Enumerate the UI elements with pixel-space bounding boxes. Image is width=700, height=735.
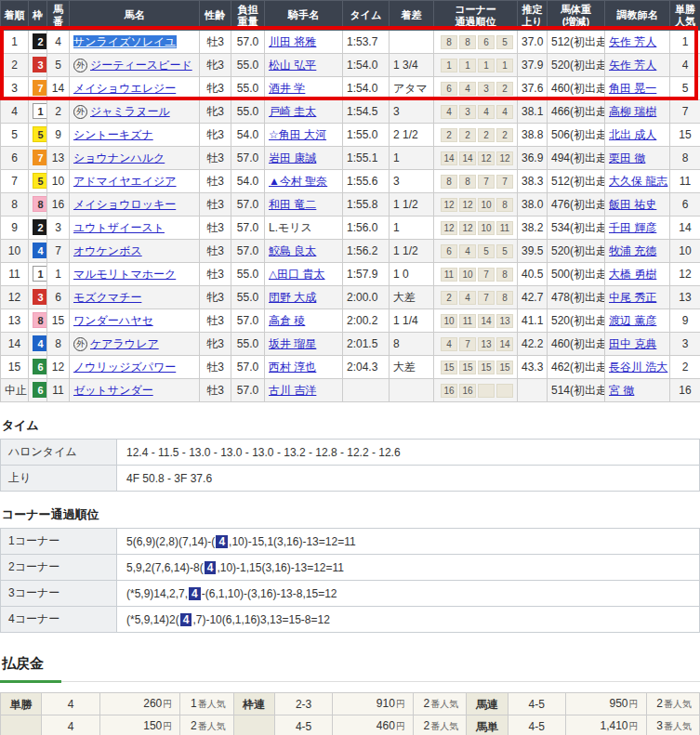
trainer-link[interactable]: 長谷川 浩大 bbox=[609, 361, 667, 374]
trainer-link[interactable]: 渡辺 薫彦 bbox=[609, 314, 656, 327]
horse-link[interactable]: ゼットサンダー bbox=[73, 384, 153, 397]
jockey-cell: ▲今村 聖奈 bbox=[265, 170, 343, 193]
horse-number-cell: 6 bbox=[47, 286, 70, 309]
horse-weight-cell: 520(初出走) bbox=[548, 309, 605, 333]
jockey-link[interactable]: ☆角田 大河 bbox=[269, 128, 326, 141]
sex-age-cell: 牡3 bbox=[200, 356, 231, 379]
trainer-link[interactable]: 中尾 秀正 bbox=[609, 291, 656, 304]
corner-position-badge: 1 bbox=[496, 59, 513, 72]
trainer-link[interactable]: 矢作 芳人 bbox=[609, 59, 656, 72]
payout-title-underline bbox=[0, 680, 700, 683]
jockey-link[interactable]: ▲今村 聖奈 bbox=[269, 175, 327, 188]
carried-weight-cell: 57.0 bbox=[231, 309, 265, 333]
sex-age-cell: 牡3 bbox=[200, 309, 231, 333]
corner-order-text: ,10)-15,1(3,16)-13=12=11 bbox=[229, 535, 356, 548]
frame-number-cell: 6 bbox=[29, 379, 47, 402]
trainer-link[interactable]: 千田 輝彦 bbox=[609, 221, 656, 234]
trainer-link[interactable]: 栗田 徹 bbox=[609, 151, 645, 164]
horse-link[interactable]: ジャミラヌール bbox=[90, 105, 170, 118]
frame-number-cell: 8 bbox=[29, 309, 47, 333]
foreign-bred-icon: 外 bbox=[73, 105, 87, 119]
margin-cell: 1 3/4 bbox=[390, 54, 434, 77]
corner-order-text: 5(6,9)(2,8)(7,14)-( bbox=[126, 535, 215, 548]
horse-link[interactable]: シントーキズナ bbox=[73, 128, 153, 141]
finish-order-cell: 3 bbox=[1, 77, 29, 100]
jockey-link[interactable]: 川田 将雅 bbox=[269, 35, 316, 48]
horse-link[interactable]: ショウナンハルク bbox=[73, 151, 165, 164]
trainer-link[interactable]: 大久保 龍志 bbox=[609, 175, 667, 188]
jockey-link[interactable]: 団野 大成 bbox=[269, 291, 316, 304]
quinella-amount: 950円 bbox=[565, 693, 646, 715]
finish-order-cell: 11 bbox=[1, 263, 29, 286]
jockey-link[interactable]: 古川 吉洋 bbox=[269, 384, 316, 397]
corner-position-badge bbox=[496, 384, 513, 398]
time-cell: 1:53.7 bbox=[343, 31, 390, 54]
trainer-link[interactable]: 角田 晃一 bbox=[609, 82, 656, 95]
frame-number-badge: 4 bbox=[33, 243, 47, 258]
time-cell: 1:55.6 bbox=[343, 170, 390, 193]
furlong-time-label: ハロンタイム bbox=[1, 440, 117, 466]
trainer-link[interactable]: 牧浦 充徳 bbox=[609, 244, 656, 257]
trainer-cell: 中尾 秀正 bbox=[605, 286, 670, 309]
trainer-link[interactable]: 宮 徹 bbox=[609, 384, 634, 397]
horse-weight-cell: 466(初出走) bbox=[548, 100, 605, 124]
horse-link[interactable]: オウケンボス bbox=[73, 244, 142, 257]
finish-order-cell: 1 bbox=[1, 31, 29, 54]
trainer-cell: 飯田 祐史 bbox=[605, 193, 670, 217]
margin-cell bbox=[390, 379, 434, 402]
jockey-link[interactable]: 松山 弘平 bbox=[269, 59, 316, 72]
time-cell: 1:54.0 bbox=[343, 54, 390, 77]
jockey-link[interactable]: 岩田 康誠 bbox=[269, 151, 316, 164]
horse-weight-cell: 478(初出走) bbox=[548, 286, 605, 309]
trainer-link[interactable]: 北出 成人 bbox=[609, 128, 656, 141]
horse-link[interactable]: メイショウロッキー bbox=[73, 198, 176, 211]
trainer-link[interactable]: 大橋 勇樹 bbox=[609, 268, 656, 281]
pop-unit: 番人気 bbox=[664, 699, 692, 709]
horse-link[interactable]: ジーティースピード bbox=[90, 59, 192, 72]
jockey-link[interactable]: 鮫島 良太 bbox=[269, 244, 316, 257]
horse-link[interactable]: サンライズソレイユ bbox=[73, 35, 177, 48]
corner-position-badge: 12 bbox=[459, 221, 476, 235]
jockey-link[interactable]: 酒井 学 bbox=[269, 82, 305, 95]
jockey-link[interactable]: 高倉 稜 bbox=[269, 314, 305, 327]
jockey-link[interactable]: 西村 淳也 bbox=[269, 361, 316, 374]
trainer-link[interactable]: 高柳 瑞樹 bbox=[609, 105, 656, 118]
corner-position-badge: 14 bbox=[496, 337, 513, 351]
corner-position-badge bbox=[478, 384, 495, 398]
horse-number-cell: 16 bbox=[47, 193, 70, 217]
horse-link[interactable]: メイショウエレジー bbox=[73, 82, 176, 95]
jockey-link[interactable]: 戸崎 圭太 bbox=[269, 105, 316, 118]
trainer-link[interactable]: 矢作 芳人 bbox=[609, 35, 656, 48]
trainer-link[interactable]: 飯田 祐史 bbox=[609, 198, 656, 211]
horse-link[interactable]: マルモリトマホーク bbox=[73, 268, 176, 281]
win-popularity-cell: 9 bbox=[670, 309, 700, 333]
corner-position-badge: 7 bbox=[478, 291, 495, 305]
yen-unit: 円 bbox=[163, 721, 172, 731]
horse-weight-cell: 512(初出走) bbox=[548, 31, 605, 54]
corner-position-badge: 8 bbox=[496, 291, 513, 305]
finish-order-cell: 5 bbox=[1, 124, 29, 147]
jockey-cell: 和田 竜二 bbox=[265, 193, 343, 217]
horse-name-cell: マルモリトマホーク bbox=[70, 263, 200, 286]
horse-link[interactable]: アドマイヤエイジア bbox=[73, 175, 177, 188]
jockey-link[interactable]: 坂井 瑠星 bbox=[269, 337, 316, 350]
trainer-link[interactable]: 田中 克典 bbox=[609, 337, 656, 350]
corner-position-badge: 2 bbox=[441, 128, 457, 142]
corner-position-badge: 11 bbox=[441, 268, 457, 282]
highlighted-horse-number: 4 bbox=[216, 535, 228, 548]
win-popularity-cell: 3 bbox=[670, 333, 700, 356]
horse-link[interactable]: ノウリッジズパワー bbox=[73, 361, 176, 374]
frame-number-cell: 2 bbox=[29, 31, 47, 54]
estimated-last3f-cell: 40.5 bbox=[518, 263, 548, 286]
horse-number-cell: 7 bbox=[47, 240, 70, 263]
carried-weight-cell: 57.0 bbox=[231, 356, 265, 379]
time-cell: 1:54.0 bbox=[343, 77, 390, 100]
horse-link[interactable]: モズクマチー bbox=[73, 291, 141, 304]
corner-position-badge: 8 bbox=[496, 198, 513, 212]
jockey-link[interactable]: 和田 竜二 bbox=[269, 198, 316, 211]
frame-number-cell: 1 bbox=[29, 263, 47, 286]
horse-link[interactable]: ユウトザイースト bbox=[73, 221, 165, 234]
jockey-link[interactable]: △田口 貴太 bbox=[269, 268, 325, 281]
horse-link[interactable]: ワンダーハヤセ bbox=[73, 314, 153, 327]
horse-link[interactable]: ケアラウレア bbox=[90, 337, 159, 350]
